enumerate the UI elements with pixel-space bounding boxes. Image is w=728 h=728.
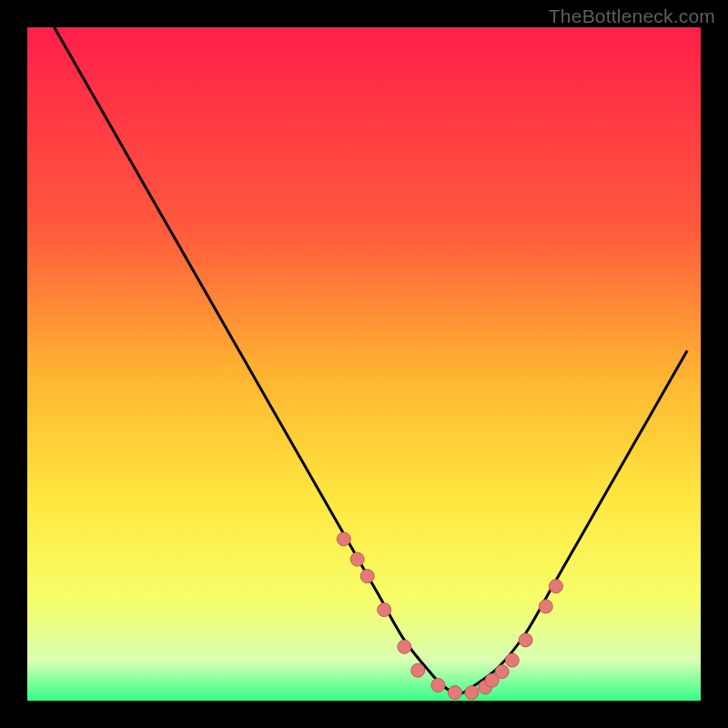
plot-background — [27, 27, 701, 701]
bottleneck-dot — [505, 653, 519, 667]
bottleneck-dot — [337, 532, 350, 546]
bottleneck-dot — [398, 640, 411, 653]
watermark-text: TheBottleneck.com — [549, 5, 715, 27]
bottleneck-dot — [378, 603, 391, 617]
bottleneck-dot — [539, 600, 552, 613]
bottleneck-dot — [431, 678, 445, 692]
bottleneck-dot — [519, 633, 532, 647]
bottleneck-dot — [465, 686, 479, 700]
bottleneck-dot — [350, 552, 364, 566]
bottleneck-dot — [549, 580, 562, 593]
bottleneck-dot — [495, 665, 509, 679]
bottleneck-dot — [360, 570, 374, 583]
bottleneck-dot — [411, 663, 425, 677]
chart-stage: TheBottleneck.com — [0, 0, 728, 728]
bottleneck-dot — [448, 686, 461, 700]
chart-svg — [0, 0, 728, 728]
